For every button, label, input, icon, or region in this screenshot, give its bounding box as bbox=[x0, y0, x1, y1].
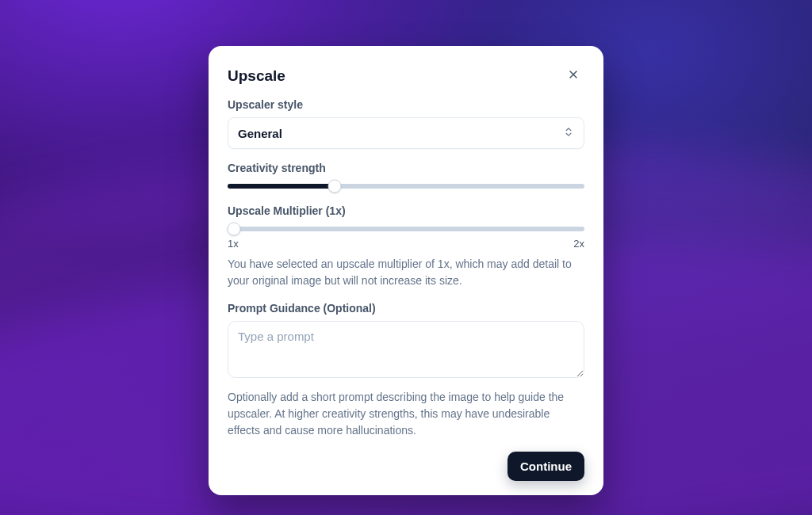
multiplier-track bbox=[228, 227, 584, 231]
upscaler-style-label: Upscaler style bbox=[228, 98, 584, 111]
multiplier-section: Upscale Multiplier (1x) 1x 2x You have s… bbox=[228, 204, 584, 289]
close-icon bbox=[567, 68, 580, 84]
creativity-label: Creativity strength bbox=[228, 162, 584, 174]
multiplier-min-label: 1x bbox=[228, 238, 239, 250]
creativity-section: Creativity strength bbox=[228, 162, 584, 192]
prompt-label: Prompt Guidance (Optional) bbox=[228, 302, 584, 315]
creativity-slider[interactable] bbox=[228, 181, 584, 192]
prompt-textarea[interactable] bbox=[228, 321, 584, 378]
multiplier-range-labels: 1x 2x bbox=[228, 238, 584, 250]
creativity-thumb[interactable] bbox=[328, 180, 342, 193]
upscaler-style-value: General bbox=[238, 127, 282, 140]
multiplier-slider[interactable] bbox=[228, 223, 584, 235]
close-button[interactable] bbox=[562, 65, 584, 87]
multiplier-thumb[interactable] bbox=[228, 223, 241, 236]
upscaler-style-select[interactable]: General bbox=[228, 117, 584, 149]
desktop-wallpaper: Upscale Upscaler style General Creativit… bbox=[0, 0, 812, 515]
multiplier-label: Upscale Multiplier (1x) bbox=[228, 204, 584, 217]
prompt-section: Prompt Guidance (Optional) Optionally ad… bbox=[228, 302, 584, 439]
continue-button[interactable]: Continue bbox=[508, 452, 584, 481]
upscaler-style-section: Upscaler style General bbox=[228, 98, 584, 149]
multiplier-hint: You have selected an upscale multiplier … bbox=[228, 256, 584, 289]
multiplier-max-label: 2x bbox=[573, 238, 584, 250]
modal-footer: Continue bbox=[228, 452, 584, 481]
prompt-hint: Optionally add a short prompt describing… bbox=[228, 389, 584, 439]
creativity-fill bbox=[228, 184, 335, 189]
chevron-up-down-icon bbox=[563, 127, 574, 140]
modal-title: Upscale bbox=[228, 67, 285, 85]
upscale-modal: Upscale Upscaler style General Creativit… bbox=[209, 46, 603, 495]
modal-header: Upscale bbox=[228, 65, 584, 87]
